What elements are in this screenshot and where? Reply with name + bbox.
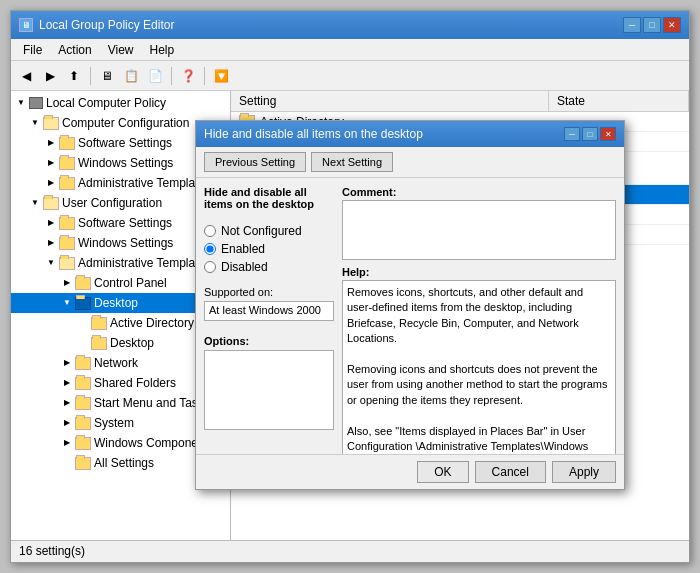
col-header-setting[interactable]: Setting bbox=[231, 91, 549, 111]
tree-label-6: Software Settings bbox=[78, 214, 172, 232]
close-button[interactable]: ✕ bbox=[663, 17, 681, 33]
properties-button[interactable]: 📋 bbox=[120, 65, 142, 87]
expand-icon-3: ▶ bbox=[43, 155, 59, 171]
folder-icon-5 bbox=[43, 197, 59, 210]
radio-label-disabled: Disabled bbox=[221, 260, 268, 274]
folder-icon-2 bbox=[59, 137, 75, 150]
radio-input-disabled[interactable] bbox=[204, 261, 216, 273]
window-title: Local Group Policy Editor bbox=[39, 18, 174, 32]
folder-icon-18 bbox=[75, 457, 91, 470]
expand-icon-14: ▶ bbox=[59, 375, 75, 391]
toolbar-separator-1 bbox=[90, 67, 91, 85]
expand-icon-6: ▶ bbox=[43, 215, 59, 231]
modal-content: Hide and disable all items on the deskto… bbox=[196, 178, 624, 454]
expand-icon-10: ▼ bbox=[59, 295, 75, 311]
ok-button[interactable]: OK bbox=[417, 461, 468, 483]
expand-icon-12 bbox=[75, 335, 91, 351]
radio-disabled[interactable]: Disabled bbox=[204, 260, 334, 274]
tree-label-7: Windows Settings bbox=[78, 234, 173, 252]
comment-label: Comment: bbox=[342, 186, 616, 198]
radio-input-not-configured[interactable] bbox=[204, 225, 216, 237]
folder-icon-8 bbox=[59, 257, 75, 270]
modal-dialog: Hide and disable all items on the deskto… bbox=[195, 120, 625, 490]
folder-icon-7 bbox=[59, 237, 75, 250]
up-button[interactable]: ⬆ bbox=[63, 65, 85, 87]
menu-file[interactable]: File bbox=[15, 41, 50, 59]
list-header: Setting State bbox=[231, 91, 689, 112]
minimize-button[interactable]: ─ bbox=[623, 17, 641, 33]
modal-left: Hide and disable all items on the deskto… bbox=[204, 186, 334, 446]
title-bar-controls: ─ □ ✕ bbox=[623, 17, 681, 33]
expand-icon-13: ▶ bbox=[59, 355, 75, 371]
radio-not-configured[interactable]: Not Configured bbox=[204, 224, 334, 238]
back-button[interactable]: ◀ bbox=[15, 65, 37, 87]
help-box: Removes icons, shortcuts, and other defa… bbox=[342, 280, 616, 454]
expand-icon-2: ▶ bbox=[43, 135, 59, 151]
cancel-button[interactable]: Cancel bbox=[475, 461, 546, 483]
folder-icon-14 bbox=[75, 377, 91, 390]
options-section: Options: bbox=[204, 335, 334, 430]
tree-label-5: User Configuration bbox=[62, 194, 162, 212]
radio-input-enabled[interactable] bbox=[204, 243, 216, 255]
expand-icon-8: ▼ bbox=[43, 255, 59, 271]
forward-button[interactable]: ▶ bbox=[39, 65, 61, 87]
title-bar-left: 🖥 Local Group Policy Editor bbox=[19, 18, 174, 32]
tree-label-8: Administrative Templates bbox=[78, 254, 211, 272]
expand-icon-4: ▶ bbox=[43, 175, 59, 191]
toolbar-separator-3 bbox=[204, 67, 205, 85]
new-window-button[interactable]: 📄 bbox=[144, 65, 166, 87]
menu-view[interactable]: View bbox=[100, 41, 142, 59]
supported-box: At least Windows 2000 bbox=[204, 301, 334, 321]
tree-label-11: Active Directory bbox=[110, 314, 194, 332]
modal-minimize[interactable]: ─ bbox=[564, 127, 580, 141]
title-bar: 🖥 Local Group Policy Editor ─ □ ✕ bbox=[11, 11, 689, 39]
radio-group: Not Configured Enabled Disabled bbox=[204, 224, 334, 274]
apply-button[interactable]: Apply bbox=[552, 461, 616, 483]
radio-label-not-configured: Not Configured bbox=[221, 224, 302, 238]
help-button[interactable]: ❓ bbox=[177, 65, 199, 87]
show-hide-button[interactable]: 🖥 bbox=[96, 65, 118, 87]
status-text: 16 setting(s) bbox=[19, 544, 85, 558]
tree-label-16: System bbox=[94, 414, 134, 432]
menu-bar: File Action View Help bbox=[11, 39, 689, 61]
tree-label-4: Administrative Templates bbox=[78, 174, 211, 192]
folder-icon-1 bbox=[43, 117, 59, 130]
radio-label-enabled: Enabled bbox=[221, 242, 265, 256]
comment-box[interactable] bbox=[342, 200, 616, 260]
tree-label-1: Computer Configuration bbox=[62, 114, 189, 132]
folder-icon-13 bbox=[75, 357, 91, 370]
tree-label-3: Windows Settings bbox=[78, 154, 173, 172]
help-label: Help: bbox=[342, 266, 616, 278]
prev-setting-button[interactable]: Previous Setting bbox=[204, 152, 306, 172]
next-setting-button[interactable]: Next Setting bbox=[311, 152, 393, 172]
folder-icon-11 bbox=[91, 317, 107, 330]
supported-label: Supported on: bbox=[204, 286, 334, 298]
expand-icon-15: ▶ bbox=[59, 395, 75, 411]
radio-enabled[interactable]: Enabled bbox=[204, 242, 334, 256]
tree-label-10: Desktop bbox=[94, 294, 138, 312]
supported-section: Supported on: At least Windows 2000 bbox=[204, 286, 334, 321]
folder-icon-12 bbox=[91, 337, 107, 350]
col-header-state[interactable]: State bbox=[549, 91, 689, 111]
expand-icon-0: ▼ bbox=[13, 95, 29, 111]
modal-close[interactable]: ✕ bbox=[600, 127, 616, 141]
modal-nav: Previous Setting Next Setting bbox=[196, 147, 624, 178]
options-label: Options: bbox=[204, 335, 334, 347]
modal-title: Hide and disable all items on the deskto… bbox=[204, 127, 423, 141]
expand-icon-7: ▶ bbox=[43, 235, 59, 251]
tree-label-9: Control Panel bbox=[94, 274, 167, 292]
expand-icon-11 bbox=[75, 315, 91, 331]
menu-help[interactable]: Help bbox=[142, 41, 183, 59]
folder-icon-6 bbox=[59, 217, 75, 230]
folder-icon-9 bbox=[75, 277, 91, 290]
menu-action[interactable]: Action bbox=[50, 41, 99, 59]
filter-button[interactable]: 🔽 bbox=[210, 65, 232, 87]
folder-icon-17 bbox=[75, 437, 91, 450]
tree-label-0: Local Computer Policy bbox=[46, 94, 166, 112]
help-section: Help: Removes icons, shortcuts, and othe… bbox=[342, 266, 616, 454]
tree-label-12: Desktop bbox=[110, 334, 154, 352]
maximize-button[interactable]: □ bbox=[643, 17, 661, 33]
folder-icon-4 bbox=[59, 177, 75, 190]
tree-local-computer-policy[interactable]: ▼ Local Computer Policy bbox=[11, 93, 230, 113]
modal-maximize[interactable]: □ bbox=[582, 127, 598, 141]
